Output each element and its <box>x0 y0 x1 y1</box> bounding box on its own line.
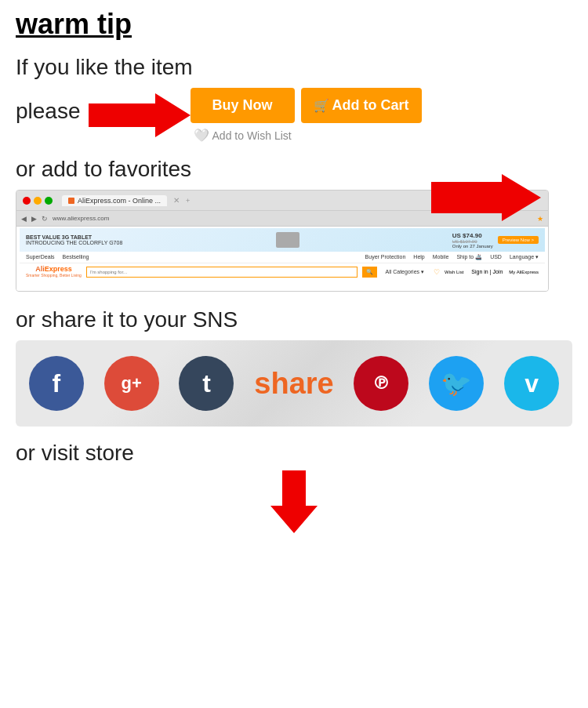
if-you-like-text: If you like the item <box>16 55 572 80</box>
twitter-icon[interactable]: 🐦 <box>429 356 484 411</box>
please-text: please <box>16 99 81 124</box>
product-title: BEST VALUE 3G TABLET <box>26 234 122 240</box>
search-input[interactable] <box>86 267 358 278</box>
mobile-link: Mobile <box>433 254 449 260</box>
back-btn: ◀ <box>21 215 27 223</box>
aliexpress-logo: AliExpress <box>35 266 72 273</box>
heart-icon: 🤍 <box>194 128 209 143</box>
favorites-arrow-icon <box>431 174 541 224</box>
all-categories: All Categories ▾ <box>385 269 424 275</box>
preview-now-button[interactable]: Preview Now > <box>498 236 539 244</box>
sign-in-link: Sign in | Join <box>471 269 503 274</box>
vimeo-icon[interactable]: v <box>504 356 559 411</box>
or-share-sns-text: or share it to your SNS <box>16 307 572 332</box>
buttons-area: Buy Now 🛒 Add to Cart 🤍 Add to Wish List <box>191 88 422 143</box>
add-to-cart-label: Add to Cart <box>332 97 409 114</box>
google-plus-icon[interactable]: g+ <box>104 356 159 411</box>
or-visit-store-text: or visit store <box>16 441 572 466</box>
page-title: warm tip <box>16 8 572 41</box>
refresh-btn: ↻ <box>42 215 48 223</box>
sns-icons-area: f g+ t share ℗ 🐦 v <box>16 340 572 427</box>
browser-tab: AliExpress.com - Online ... <box>62 195 167 206</box>
url-bar: www.aliexpress.com <box>53 215 109 222</box>
currency: USD <box>490 254 502 260</box>
visit-store-arrow-container <box>16 470 572 533</box>
pinterest-icon[interactable]: ℗ <box>354 356 408 411</box>
svg-marker-0 <box>89 93 191 137</box>
search-button[interactable]: 🔍 <box>362 267 377 278</box>
product-sub: INTRODUCING THE COLORFLY G708 <box>26 240 122 245</box>
wish-list-label: Add to Wish List <box>212 129 292 142</box>
promo-text: Only on 27 January <box>452 244 493 249</box>
wishlist-heart-icon: ♡ <box>434 268 440 276</box>
buyer-protection: Buyer Protection <box>365 254 406 260</box>
price: US $74.90 <box>452 232 493 239</box>
aliexpress-tagline: Smarter Shopping, Better Living <box>26 273 82 278</box>
my-aliexpress: My AliExpress <box>509 270 539 274</box>
add-to-wish-list-button[interactable]: 🤍 Add to Wish List <box>191 128 422 143</box>
facebook-icon[interactable]: f <box>29 356 84 411</box>
wish-list-nav: Wish List <box>445 270 463 274</box>
ship-to: Ship to 🚢 <box>456 254 482 260</box>
help-link: Help <box>413 254 424 260</box>
share-text[interactable]: share <box>254 367 333 401</box>
svg-marker-2 <box>270 470 318 533</box>
svg-marker-1 <box>431 174 541 221</box>
language: Language ▾ <box>510 254 539 260</box>
cart-icon: 🛒 <box>314 98 329 113</box>
tumblr-icon[interactable]: t <box>179 356 234 411</box>
visit-store-arrow-icon <box>270 470 318 533</box>
bestselling-link: Bestselling <box>63 254 89 260</box>
buy-now-arrow-icon <box>89 92 191 139</box>
superdeals-link: SuperDeals <box>26 254 55 260</box>
forward-btn: ▶ <box>31 215 37 223</box>
add-to-cart-button[interactable]: 🛒 Add to Cart <box>301 88 422 123</box>
buy-now-button[interactable]: Buy Now <box>191 88 295 123</box>
